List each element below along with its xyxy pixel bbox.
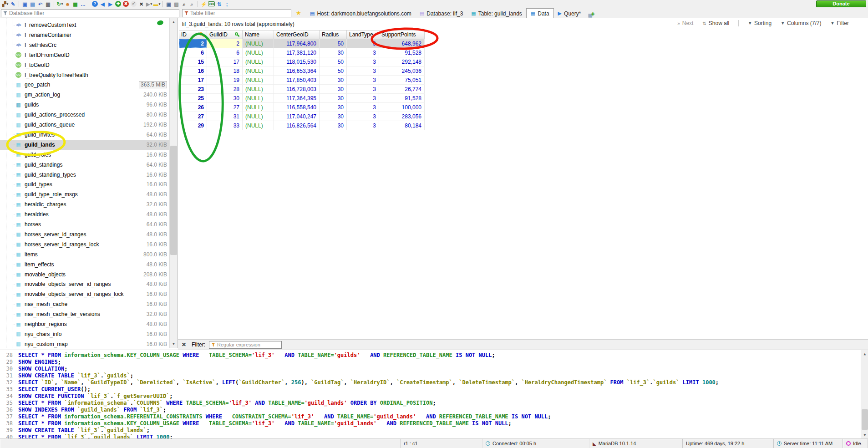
sidebar-scrollbar[interactable]: ▲ ▼ [169, 18, 177, 348]
cell-ID-row9[interactable]: 29 [179, 121, 207, 130]
tab-table[interactable]: ▦Table: guild_lands [467, 9, 526, 18]
undo-icon[interactable]: ↶ [36, 0, 44, 8]
dropdown-arrow-icon[interactable]: ▾ [159, 2, 161, 6]
sidebar-item-guild_types[interactable]: ▦guild_types16.0 KiB [0, 179, 170, 189]
cell-SupportPoints-row2[interactable]: 292,148 [379, 57, 425, 66]
cell-Name-row5[interactable]: (NULL) [243, 85, 274, 94]
cell-LandType-row6[interactable]: 3 [347, 94, 379, 103]
connection-edit-icon[interactable]: ✎ [9, 0, 17, 8]
user-manager-icon[interactable]: ☻ [64, 0, 71, 8]
cell-Name-row1[interactable]: (NULL) [243, 48, 274, 57]
sidebar-item-items[interactable]: ▦items800.0 KiB [0, 249, 170, 260]
go-last-icon[interactable]: ▶ [107, 0, 114, 8]
cell-LandType-row0[interactable]: 3 [347, 39, 379, 48]
refresh-icon[interactable]: ↻▾ [56, 0, 64, 8]
cell-Name-row2[interactable]: (NULL) [243, 57, 274, 66]
delete-record-icon[interactable]: ✖ [122, 0, 130, 8]
column-header-Name[interactable]: Name [243, 30, 274, 39]
highlight-icon[interactable]: ▬▾ [153, 0, 161, 8]
cell-Name-row8[interactable]: (NULL) [243, 112, 274, 121]
cell-ID-row1[interactable]: 6 [179, 48, 207, 57]
sidebar-item-nyu_chars_info[interactable]: ▦nyu_chars_info16.0 KiB [0, 329, 170, 339]
cell-Name-row3[interactable]: (NULL) [243, 66, 274, 76]
cell-LandType-row9[interactable]: 3 [347, 121, 379, 130]
cell-CenterGeoID-row7[interactable]: 116,558,540 [274, 103, 320, 112]
column-header-LandType[interactable]: LandType [347, 30, 379, 39]
run-query-icon[interactable]: ▶▾ [145, 0, 153, 8]
dropdown-arrow-icon[interactable]: ▾ [6, 2, 8, 6]
cell-CenterGeoID-row3[interactable]: 116,653,364 [274, 66, 320, 76]
more-tools-icon[interactable]: … [79, 0, 87, 8]
sidebar-item-guild_invites[interactable]: ▦guild_invites64.0 KiB [0, 130, 170, 140]
print-icon[interactable]: ▥ [44, 0, 52, 8]
cell-Radius-row5[interactable]: 30 [320, 85, 347, 94]
column-header-CenterGeoID[interactable]: CenterGeoID [274, 30, 320, 39]
cell-GuildID-row5[interactable]: 28 [207, 85, 243, 94]
next-button[interactable]: »Next [677, 20, 693, 26]
dropdown-arrow-icon[interactable]: ▾ [61, 2, 63, 6]
cell-LandType-row1[interactable]: 3 [347, 48, 379, 57]
sidebar-item-geo_patch[interactable]: ▦geo_patch363.5 MiB [0, 80, 170, 90]
cell-Radius-row4[interactable]: 30 [320, 76, 347, 85]
cell-ID-row0[interactable]: 2 [179, 39, 207, 48]
export-csv-icon[interactable]: ▦ [71, 0, 79, 8]
tab-query[interactable]: ▶Query* [554, 9, 585, 18]
find-icon[interactable]: ⌕ [180, 0, 188, 8]
sidebar-item-horses_server_id_ranges_lock[interactable]: ▦horses_server_id_ranges_lock16.0 KiB [0, 239, 170, 249]
cell-Name-row9[interactable]: (NULL) [243, 121, 274, 130]
sidebar-item-heraldic_charges[interactable]: ▦heraldic_charges32.0 KiB [0, 199, 170, 209]
cell-GuildID-row2[interactable]: 17 [207, 57, 243, 66]
cell-GuildID-row9[interactable]: 33 [207, 121, 243, 130]
sidebar-item-f_toGeoID[interactable]: GOf_toGeoID [0, 60, 170, 70]
close-filter-icon[interactable]: ✕ [182, 341, 186, 348]
sidebar-item-guild_standing_types[interactable]: ▦guild_standing_types16.0 KiB [0, 170, 170, 180]
go-first-icon[interactable]: ◀ [99, 0, 107, 8]
column-header-ID[interactable]: ID [179, 30, 207, 39]
cell-LandType-row4[interactable]: 3 [347, 76, 379, 85]
cell-CenterGeoID-row2[interactable]: 118,015,530 [274, 57, 320, 66]
cell-LandType-row5[interactable]: 3 [347, 85, 379, 94]
cell-ID-row7[interactable]: 26 [179, 103, 207, 112]
session-manager-icon[interactable]: ▞▾ [1, 0, 9, 8]
tab-database[interactable]: ▤Database: lif_3 [416, 9, 467, 18]
cell-GuildID-row0[interactable]: 2 [207, 39, 243, 48]
cell-Name-row6[interactable]: (NULL) [243, 94, 274, 103]
sidebar-item-guild_type_role_msgs[interactable]: ▦guild_type_role_msgs48.0 KiB [0, 189, 170, 199]
log-scrollbar[interactable]: ▲ ▼ [861, 350, 868, 439]
sidebar-item-f_setFilesCrc[interactable]: </>f_setFilesCrc [0, 40, 170, 50]
save-icon[interactable]: ▣ [165, 0, 173, 8]
scrollbar-thumb[interactable] [862, 409, 868, 430]
cell-GuildID-row6[interactable]: 30 [207, 94, 243, 103]
sidebar-item-guild_lands[interactable]: ▦guild_lands32.0 KiB [0, 140, 170, 150]
sidebar-item-neighbor_regions[interactable]: ▦neighbor_regions48.0 KiB [0, 319, 170, 329]
bolt-icon[interactable]: ⚡ [200, 0, 208, 8]
cell-CenterGeoID-row0[interactable]: 117,964,800 [274, 39, 320, 48]
cell-Radius-row7[interactable]: 30 [320, 103, 347, 112]
sidebar-item-movable_objects[interactable]: ▦movable_objects208.0 KiB [0, 270, 170, 280]
cell-GuildID-row1[interactable]: 6 [207, 48, 243, 57]
donate-button[interactable]: Donate [816, 0, 866, 7]
cell-SupportPoints-row6[interactable]: 91,528 [379, 94, 425, 103]
copy-icon[interactable]: ▣ [21, 0, 29, 8]
cell-Name-row4[interactable]: (NULL) [243, 76, 274, 85]
columns-7-7--button[interactable]: ▼Columns (7/7) [781, 20, 821, 26]
dropdown-arrow-icon[interactable]: ▾ [150, 2, 152, 6]
cell-CenterGeoID-row5[interactable]: 116,728,003 [274, 85, 320, 94]
column-header-Radius[interactable]: Radius [320, 30, 347, 39]
sidebar-item-horses[interactable]: ▦horses64.0 KiB [0, 219, 170, 229]
cell-Name-row0[interactable]: (NULL) [243, 39, 274, 48]
cell-Radius-row2[interactable]: 50 [320, 57, 347, 66]
cancel-edit-icon[interactable]: ✕ [137, 0, 145, 8]
cell-ID-row3[interactable]: 16 [179, 66, 207, 76]
scrollbar-thumb[interactable] [170, 146, 177, 255]
tab-data[interactable]: ▦Data [526, 8, 554, 18]
cell-SupportPoints-row1[interactable]: 91,528 [379, 48, 425, 57]
sidebar-item-f_terIDFromGeoID[interactable]: GOf_terIDFromGeoID [0, 50, 170, 60]
scroll-down-arrow[interactable]: ▼ [861, 431, 868, 439]
sidebar-item-f_removeCustomText[interactable]: </>f_removeCustomText [0, 20, 170, 30]
scroll-up-arrow[interactable]: ▲ [170, 18, 178, 26]
cell-GuildID-row4[interactable]: 19 [207, 76, 243, 85]
sidebar-item-horses_server_id_ranges[interactable]: ▦horses_server_id_ranges48.0 KiB [0, 229, 170, 239]
cell-ID-row6[interactable]: 25 [179, 94, 207, 103]
cell-SupportPoints-row3[interactable]: 245,036 [379, 66, 425, 76]
